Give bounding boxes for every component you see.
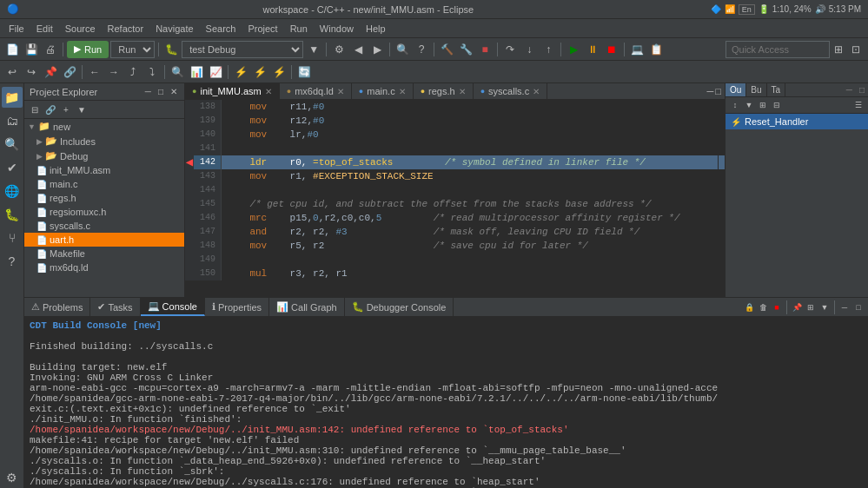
project-explorer-close[interactable]: ✕	[169, 86, 179, 97]
menu-refactor[interactable]: Refactor	[103, 22, 149, 36]
menu-help[interactable]: Help	[361, 22, 391, 36]
console-clear-btn[interactable]: 🗑	[757, 301, 769, 313]
tab-mx6dq[interactable]: ● mx6dq.ld ✕	[280, 83, 352, 99]
tb2-btn15[interactable]: 🔄	[295, 63, 313, 81]
tb2-btn7[interactable]: ⤴	[124, 63, 142, 81]
menu-window[interactable]: Window	[315, 22, 359, 36]
outline-item-reset-handler[interactable]: ⚡ Reset_Handler	[726, 114, 868, 129]
tb2-btn2[interactable]: ↪	[23, 63, 40, 81]
menu-file[interactable]: File	[3, 22, 30, 36]
right-tab-ou[interactable]: Ou	[726, 83, 746, 96]
save-button[interactable]: 💾	[23, 41, 40, 58]
sidebar-icon-debug[interactable]: 🐛	[2, 204, 23, 225]
resume-btn[interactable]: ▶	[565, 41, 582, 58]
debug-combo-more[interactable]: ▼	[305, 41, 322, 58]
tree-item-makefile[interactable]: 📄 Makefile	[24, 247, 184, 260]
tb2-btn4[interactable]: 🔗	[61, 63, 78, 81]
tree-item-syscallsc[interactable]: 📄 syscalls.c	[24, 219, 184, 233]
console-more-btn[interactable]: ▼	[818, 301, 831, 313]
register-btn[interactable]: 📋	[647, 41, 665, 58]
tab-console[interactable]: 💻 Console	[141, 298, 205, 316]
tab-problems[interactable]: ⚠ Problems	[24, 298, 90, 316]
tree-item-regsiomuxc[interactable]: 📄 regsiomuxc.h	[24, 205, 184, 219]
tb2-btn1[interactable]: ↩	[3, 63, 21, 81]
right-panel-minimize[interactable]: ─	[843, 83, 856, 96]
sidebar-icon-git[interactable]: ⑂	[2, 228, 23, 248]
right-tab-bu[interactable]: Bu	[746, 83, 766, 96]
step-over-btn[interactable]: ↷	[501, 41, 519, 58]
sidebar-icon-help[interactable]: ?	[2, 251, 23, 272]
menu-edit[interactable]: Edit	[31, 22, 58, 36]
outline-more-btn[interactable]: ☰	[852, 99, 865, 111]
extern-tools-btn[interactable]: ⚙	[330, 41, 348, 58]
new-file-btn[interactable]: +	[59, 102, 73, 116]
tab-regsh-close[interactable]: ✕	[459, 87, 466, 96]
tree-item-mainc[interactable]: 📄 main.c	[24, 177, 184, 191]
tb2-btn5[interactable]: ←	[86, 63, 103, 81]
menu-source[interactable]: Source	[60, 22, 101, 36]
tab-syscalls-close[interactable]: ✕	[533, 87, 540, 96]
quick-access-input[interactable]	[726, 41, 830, 58]
menu-search[interactable]: Search	[201, 22, 242, 36]
console-open-console-btn[interactable]: ⊞	[805, 301, 817, 313]
tree-item-includes[interactable]: ▶ 📂 Includes	[24, 134, 184, 148]
run-combo[interactable]: Run	[110, 41, 155, 58]
tree-item-uarth[interactable]: 📄 uart.h	[24, 233, 184, 247]
project-explorer-maximize[interactable]: □	[156, 86, 165, 97]
tab-initmmu-close[interactable]: ✕	[265, 87, 272, 96]
outline-expand-btn[interactable]: ⊞	[757, 99, 769, 111]
code-editor[interactable]: 138 mov r11,#0 139 mov r12,#0 140	[185, 100, 725, 297]
step-into-btn[interactable]: ↓	[520, 41, 538, 58]
menu-run[interactable]: Run	[285, 22, 313, 36]
debug-combo[interactable]: test Debug	[182, 41, 303, 58]
suspend-btn[interactable]: ⏸	[584, 41, 601, 58]
debug-icon[interactable]: 🐛	[162, 41, 180, 58]
link-editor-btn[interactable]: 🔗	[43, 102, 57, 116]
new-button[interactable]: 📄	[3, 41, 21, 58]
tree-item-regsh[interactable]: 📄 regs.h	[24, 191, 184, 205]
search-btn[interactable]: 🔍	[394, 41, 411, 58]
tb2-btn8[interactable]: ⤵	[143, 63, 161, 81]
tb2-btn6[interactable]: →	[105, 63, 123, 81]
project-explorer-minimize[interactable]: ─	[143, 86, 153, 97]
tab-debugger-console[interactable]: 🐛 Debugger Console	[345, 298, 454, 316]
outline-sort-btn[interactable]: ↕	[729, 99, 741, 111]
filter-btn[interactable]: ▼	[75, 102, 89, 116]
tab-callgraph[interactable]: 📊 Call Graph	[269, 298, 345, 316]
right-tab-ta[interactable]: Ta	[767, 83, 786, 96]
step-out-btn[interactable]: ↑	[540, 41, 557, 58]
build-btn[interactable]: 🔨	[438, 41, 455, 58]
tree-item-debug[interactable]: ▶ 📂 Debug	[24, 148, 184, 163]
bottom-pane-maximize[interactable]: □	[852, 301, 865, 313]
run-button[interactable]: ▶ Run	[67, 41, 109, 58]
tb2-btn11[interactable]: 📈	[207, 63, 224, 81]
sidebar-icon-settings[interactable]: ⚙	[2, 467, 23, 488]
console-scroll-lock-btn[interactable]: 🔒	[743, 301, 755, 313]
editor-minimize-btn[interactable]: ─	[707, 86, 714, 96]
collapse-all-btn[interactable]: ⊟	[28, 102, 42, 116]
console-pin-btn[interactable]: 📌	[791, 301, 803, 313]
tab-mx6dq-close[interactable]: ✕	[337, 87, 344, 96]
tab-initmmu[interactable]: ● init_MMU.asm ✕	[185, 83, 280, 99]
tb2-btn12[interactable]: ⚡	[232, 63, 249, 81]
tb2-btn14[interactable]: ⚡	[270, 63, 288, 81]
nav-fwd-btn[interactable]: ▶	[368, 41, 386, 58]
outline-filter-btn[interactable]: ▼	[743, 99, 755, 111]
tb2-btn3[interactable]: 📌	[42, 63, 59, 81]
tab-mainc-close[interactable]: ✕	[399, 87, 406, 96]
right-panel-maximize[interactable]: □	[856, 83, 868, 96]
menu-project[interactable]: Project	[242, 22, 282, 36]
tab-tasks[interactable]: ✔ Tasks	[90, 298, 140, 316]
nav-back-btn[interactable]: ◀	[349, 41, 367, 58]
print-button[interactable]: 🖨	[42, 41, 59, 58]
build2-btn[interactable]: 🔧	[457, 41, 474, 58]
sidebar-icon-tasks[interactable]: ✔	[2, 157, 23, 178]
console-terminate-btn[interactable]: ■	[771, 301, 783, 313]
terminate-btn[interactable]: ⏹	[603, 41, 620, 58]
tab-mainc[interactable]: ● main.c ✕	[352, 83, 414, 99]
editor-maximize-btn[interactable]: □	[715, 86, 721, 96]
sidebar-icon-explorer[interactable]: 📁	[2, 87, 23, 108]
memory-btn[interactable]: 💻	[628, 41, 646, 58]
menu-navigate[interactable]: Navigate	[150, 22, 198, 36]
sidebar-icon-outline[interactable]: 🗂	[2, 110, 23, 131]
